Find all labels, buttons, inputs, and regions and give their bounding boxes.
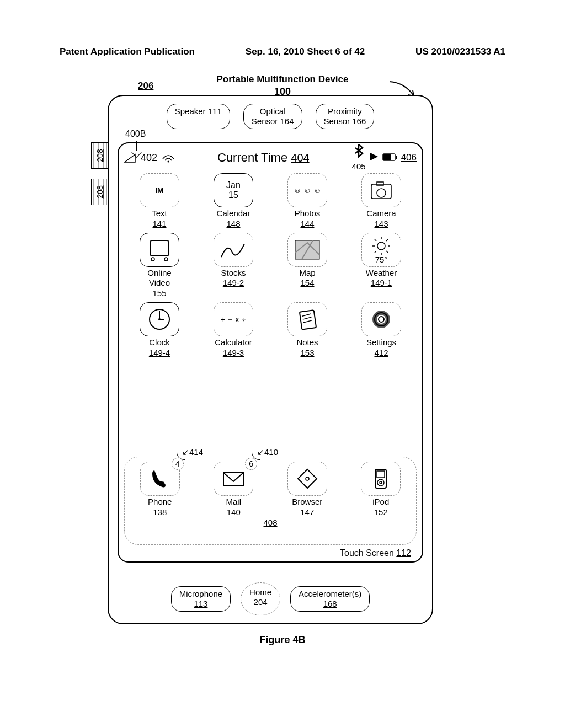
speaker: Speaker 111 — [167, 104, 230, 129]
time-label: Current Time 404 — [179, 151, 348, 165]
clock-icon — [140, 302, 179, 336]
app-label: Browser147 — [275, 497, 339, 518]
figure-caption: Figure 4B — [0, 634, 565, 646]
touch-screen-label: Touch Screen 112 — [340, 548, 411, 558]
page-header: Patent Application Publication Sep. 16, … — [0, 0, 565, 57]
optical-sensor: Optical Sensor 164 — [243, 104, 302, 129]
calc-icon: + − x ÷ — [214, 302, 253, 336]
title-text: Portable Multifunction Device — [217, 74, 349, 84]
header-center: Sep. 16, 2010 Sheet 6 of 42 — [246, 46, 365, 57]
svg-rect-6 — [377, 182, 383, 185]
app-online-video[interactable]: OnlineVideo155 — [127, 233, 191, 299]
badge: 6 — [245, 458, 257, 470]
dock-app-mail[interactable]: 6 Mail140 — [202, 462, 266, 518]
sensor-row: Speaker 111 Optical Sensor 164 Proximity… — [109, 104, 432, 129]
svg-rect-3 — [396, 156, 397, 159]
app-label: Photos144 — [275, 208, 339, 229]
dock-app-phone[interactable]: 4 Phone138 — [128, 462, 192, 518]
side-button-208-bottom[interactable]: 208 — [91, 179, 108, 205]
app-stocks[interactable]: Stocks149-2 — [201, 233, 265, 299]
app-settings[interactable]: Settings412 — [349, 302, 413, 358]
microphone: Microphone113 — [171, 586, 231, 612]
notes-icon — [287, 302, 327, 336]
map-icon — [287, 233, 327, 267]
browser-icon — [287, 462, 327, 496]
svg-point-24 — [380, 481, 382, 484]
svg-rect-19 — [298, 469, 317, 488]
app-label: Camera143 — [349, 208, 413, 229]
video-icon — [140, 233, 179, 267]
svg-rect-22 — [377, 471, 385, 478]
app-label: Stocks149-2 — [201, 268, 265, 289]
app-label: Weather149-1 — [349, 268, 413, 289]
battery-icon — [382, 152, 398, 164]
header-left: Patent Application Publication — [60, 46, 195, 57]
svg-rect-14 — [300, 310, 316, 329]
app-label: Phone138 — [128, 497, 192, 518]
app-label: Text141 — [127, 208, 191, 229]
svg-rect-7 — [151, 240, 168, 256]
photos-icon: ☺ ☺ ☺ — [287, 173, 327, 207]
touch-screen[interactable]: 402 Current Time 404 405 — [118, 142, 423, 563]
app-clock[interactable]: Clock149-4 — [127, 302, 191, 358]
svg-point-8 — [151, 258, 154, 261]
app-label: Clock149-4 — [127, 338, 191, 358]
wifi-icon — [162, 152, 175, 164]
svg-point-17 — [379, 317, 384, 322]
device-title: Portable Multifunction Device 206 100 — [0, 74, 565, 98]
mail-icon: 6 — [214, 462, 253, 496]
app-weather[interactable]: 75° Weather149-1 — [349, 233, 413, 299]
app-label: Mail140 — [202, 497, 266, 518]
app-label: Notes153 — [275, 338, 339, 358]
ref-408: 408 — [128, 518, 413, 527]
accelerometer: Accelerometer(s)168 — [290, 586, 370, 612]
dock-app-browser[interactable]: Browser147 — [275, 462, 339, 518]
home-button[interactable]: Home204 — [241, 582, 280, 615]
proximity-sensor: Proximity Sensor 166 — [316, 104, 375, 129]
dock-app-ipod[interactable]: iPod152 — [349, 462, 413, 518]
svg-point-20 — [306, 477, 309, 480]
svg-point-0 — [168, 160, 169, 162]
ref-414: ↙414 — [182, 447, 203, 457]
signal-icon — [124, 152, 136, 164]
app-label: iPod152 — [349, 497, 413, 518]
play-icon — [369, 152, 379, 164]
app-label: Calculator149-3 — [201, 338, 265, 358]
settings-icon — [361, 302, 401, 336]
svg-point-23 — [377, 479, 384, 486]
app-label: Settings412 — [349, 338, 413, 358]
side-button-208-top[interactable]: 208 — [91, 142, 108, 169]
ref-406: 406 — [401, 152, 417, 163]
svg-rect-2 — [383, 154, 391, 160]
device-body: Speaker 111 Optical Sensor 164 Proximity… — [108, 95, 433, 624]
svg-point-13 — [158, 318, 161, 320]
camera-icon — [361, 173, 401, 207]
app-notes[interactable]: Notes153 — [275, 302, 339, 358]
stocks-icon — [214, 233, 253, 267]
ref-206: 206 — [138, 81, 153, 92]
svg-point-9 — [164, 258, 168, 261]
header-right: US 2010/0231533 A1 — [415, 46, 505, 57]
bluetooth-icon: 405 — [352, 143, 366, 172]
app-text[interactable]: IM Text141 — [127, 173, 191, 229]
svg-point-11 — [377, 242, 385, 250]
ref-402: 402 — [141, 152, 157, 164]
dock-tray: ↙414 ↙410 4 Phone1386 Mail140 Browser147… — [124, 457, 417, 545]
cal-icon: Jan15 — [214, 173, 253, 207]
app-calendar[interactable]: Jan15 Calendar148 — [201, 173, 265, 229]
app-label: Map154 — [275, 268, 339, 289]
app-camera[interactable]: Camera143 — [349, 173, 413, 229]
app-label: OnlineVideo155 — [127, 268, 191, 299]
svg-point-5 — [377, 189, 386, 197]
app-map[interactable]: Map154 — [275, 233, 339, 299]
app-calculator[interactable]: + − x ÷ Calculator149-3 — [201, 302, 265, 358]
ipod-icon — [361, 462, 401, 496]
svg-rect-4 — [371, 184, 391, 199]
phone-icon: 4 — [140, 462, 180, 496]
badge: 4 — [172, 458, 184, 470]
app-label: Calendar148 — [201, 208, 265, 229]
ref-400b: 400B — [125, 129, 146, 139]
bottom-row: Microphone113 Home204 Accelerometer(s)16… — [109, 582, 432, 615]
app-photos[interactable]: ☺ ☺ ☺ Photos144 — [275, 173, 339, 229]
im-icon: IM — [140, 173, 179, 207]
